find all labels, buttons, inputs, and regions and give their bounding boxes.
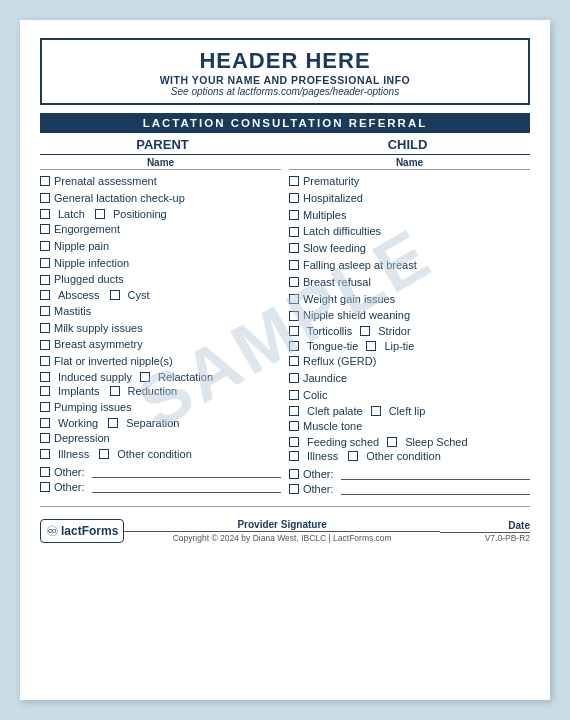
checkbox[interactable] xyxy=(289,451,299,461)
list-item: Weight gain issues xyxy=(289,292,530,306)
list-item: Hospitalized xyxy=(289,191,530,205)
child-column: Name Prematurity Hospitalized Multiples … xyxy=(289,157,530,498)
footer: ♾ lactForms Provider Signature Copyright… xyxy=(40,513,530,543)
checkbox[interactable] xyxy=(289,484,299,494)
footer-left: ♾ lactForms xyxy=(40,519,124,543)
checkbox[interactable] xyxy=(40,402,50,412)
checkbox[interactable] xyxy=(108,418,118,428)
checkbox[interactable] xyxy=(40,275,50,285)
checkbox[interactable] xyxy=(40,449,50,459)
list-item: Illness Other condition xyxy=(289,450,530,462)
checkbox[interactable] xyxy=(387,437,397,447)
checkbox[interactable] xyxy=(360,326,370,336)
list-item: Prenatal assessment xyxy=(40,174,281,188)
checkbox[interactable] xyxy=(40,290,50,300)
checkbox[interactable] xyxy=(289,260,299,270)
header-sub1: WITH YOUR NAME AND PROFESSIONAL INFO xyxy=(52,74,518,86)
checkbox[interactable] xyxy=(40,224,50,234)
list-item: Engorgement xyxy=(40,222,281,236)
checkbox[interactable] xyxy=(40,467,50,477)
columns-header: PARENT CHILD xyxy=(40,137,530,155)
list-item: Multiples xyxy=(289,208,530,222)
logo-box: ♾ lactForms xyxy=(40,519,124,543)
checkbox[interactable] xyxy=(40,340,50,350)
list-item: Mastitis xyxy=(40,304,281,318)
checkbox[interactable] xyxy=(289,294,299,304)
checkbox[interactable] xyxy=(348,451,358,461)
checkbox[interactable] xyxy=(289,193,299,203)
checkbox[interactable] xyxy=(289,356,299,366)
footer-center: Provider Signature Copyright © 2024 by D… xyxy=(124,519,440,543)
checkbox[interactable] xyxy=(40,306,50,316)
footer-divider xyxy=(40,506,530,507)
page: HEADER HERE WITH YOUR NAME AND PROFESSIO… xyxy=(20,20,550,700)
checkbox[interactable] xyxy=(289,210,299,220)
checkbox[interactable] xyxy=(289,469,299,479)
other-row-2: Other: xyxy=(40,481,281,493)
list-item: Colic xyxy=(289,388,530,402)
copyright: Copyright © 2024 by Diana West, IBCLC | … xyxy=(124,533,440,543)
checkbox[interactable] xyxy=(289,326,299,336)
other-line xyxy=(92,466,281,478)
other-row-1: Other: xyxy=(40,466,281,478)
checkbox[interactable] xyxy=(366,341,376,351)
checkbox[interactable] xyxy=(40,241,50,251)
other-row-2: Other: xyxy=(289,483,530,495)
checkbox[interactable] xyxy=(40,418,50,428)
checkbox[interactable] xyxy=(40,209,50,219)
list-item: Nipple pain xyxy=(40,239,281,253)
parent-col-header: PARENT xyxy=(40,137,285,155)
checkbox[interactable] xyxy=(289,311,299,321)
checkbox[interactable] xyxy=(289,421,299,431)
header-box: HEADER HERE WITH YOUR NAME AND PROFESSIO… xyxy=(40,38,530,105)
parent-name-label: Name xyxy=(40,157,281,170)
checkbox[interactable] xyxy=(371,406,381,416)
checkbox[interactable] xyxy=(140,372,150,382)
checkbox[interactable] xyxy=(289,243,299,253)
checkbox[interactable] xyxy=(110,386,120,396)
other-line xyxy=(341,483,530,495)
parent-column: Name Prenatal assessment General lactati… xyxy=(40,157,281,498)
checkbox[interactable] xyxy=(40,193,50,203)
list-item: Abscess Cyst xyxy=(40,289,281,301)
list-item: Working Separation xyxy=(40,417,281,429)
footer-date: Date V7.0-PB-R2 xyxy=(440,515,530,543)
checkbox[interactable] xyxy=(289,437,299,447)
checkbox[interactable] xyxy=(99,449,109,459)
checkbox[interactable] xyxy=(289,390,299,400)
checkbox[interactable] xyxy=(40,176,50,186)
checkbox[interactable] xyxy=(40,433,50,443)
list-item: Breast asymmetry xyxy=(40,337,281,351)
other-row-1: Other: xyxy=(289,468,530,480)
checkbox[interactable] xyxy=(289,277,299,287)
logo-icon: ♾ xyxy=(46,523,59,539)
child-col-header: CHILD xyxy=(285,137,530,155)
list-item: Illness Other condition xyxy=(40,448,281,460)
checkbox[interactable] xyxy=(289,341,299,351)
list-item: General lactation check-up xyxy=(40,191,281,205)
date-label: Date xyxy=(440,520,530,533)
list-item: Depression xyxy=(40,431,281,445)
header-sub2: See options at lactforms.com/pages/heade… xyxy=(52,86,518,97)
referral-bar: LACTATION CONSULTATION REFERRAL xyxy=(40,113,530,133)
checkbox[interactable] xyxy=(40,258,50,268)
list-item: Pumping issues xyxy=(40,400,281,414)
checkbox[interactable] xyxy=(40,356,50,366)
list-item: Muscle tone xyxy=(289,419,530,433)
list-item: Falling asleep at breast xyxy=(289,258,530,272)
list-item: Implants Reduction xyxy=(40,385,281,397)
checkbox[interactable] xyxy=(40,372,50,382)
checkbox[interactable] xyxy=(40,386,50,396)
checkbox[interactable] xyxy=(95,209,105,219)
checkbox[interactable] xyxy=(110,290,120,300)
checkbox[interactable] xyxy=(289,406,299,416)
checkbox[interactable] xyxy=(40,323,50,333)
list-item: Breast refusal xyxy=(289,275,530,289)
checkbox[interactable] xyxy=(289,227,299,237)
checkbox[interactable] xyxy=(289,176,299,186)
list-item: Feeding sched Sleep Sched xyxy=(289,436,530,448)
checkbox[interactable] xyxy=(40,482,50,492)
list-item: Prematurity xyxy=(289,174,530,188)
checkbox[interactable] xyxy=(289,373,299,383)
list-item: Plugged ducts xyxy=(40,272,281,286)
